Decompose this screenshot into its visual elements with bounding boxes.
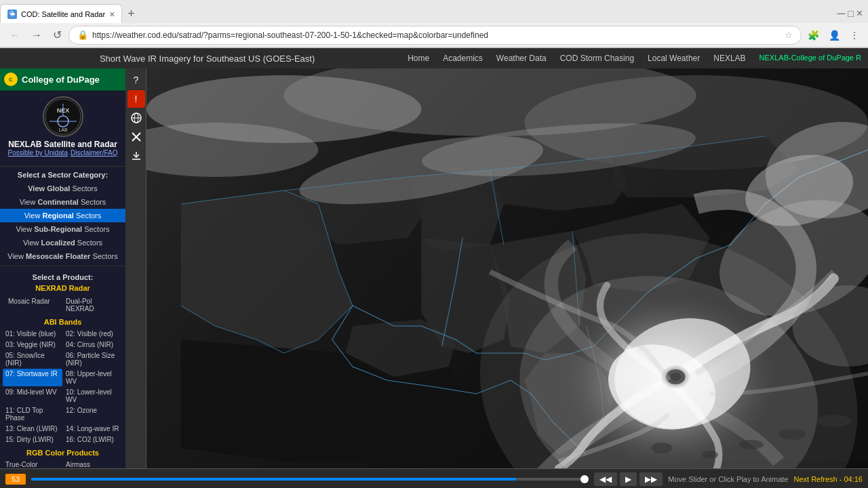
bookmark-icon[interactable]: ☆	[785, 30, 793, 40]
animation-slider[interactable]	[31, 478, 589, 481]
abi-band-08[interactable]: 08: Upper-level WV	[63, 369, 123, 386]
lock-icon: 🔒	[77, 30, 88, 40]
abi-band-09[interactable]: 09: Mid-level WV	[3, 387, 62, 405]
disclaimer-link[interactable]: Disclaimer/FAQ	[71, 149, 117, 157]
abi-bands-grid: 01: Visible (blue) 02: Visible (red) 03:…	[0, 327, 125, 446]
mosaic-radar-btn[interactable]: Mosaic Radar	[5, 296, 62, 314]
address-bar[interactable]: 🔒 https://weather.cod.edu/satrad/?parms=…	[68, 26, 802, 45]
alert-button[interactable]: !	[127, 90, 145, 108]
rgb-airmass[interactable]: Airmass	[63, 460, 123, 468]
new-tab-button[interactable]: +	[122, 7, 140, 21]
active-tab[interactable]: 🌦 COD: Satellite and Radar ×	[0, 4, 122, 23]
svg-point-38	[702, 451, 718, 459]
rgb-true-color[interactable]: True-Color	[3, 460, 62, 468]
animation-controls: ◀◀ ▶ ▶▶	[594, 472, 663, 486]
abi-band-06[interactable]: 06: Particle Size (NIR)	[63, 350, 123, 368]
nexlab-logo-svg: NEX LAB	[44, 98, 82, 136]
frame-counter: 53	[5, 474, 26, 485]
rgb-products-grid: True-Color Airmass "Natural" Color "Natu…	[0, 458, 125, 468]
subregional-sectors-btn[interactable]: View Sub-Regional Sectors	[0, 222, 125, 236]
animation-label: Move Slider or Click Play to Animate	[668, 475, 788, 483]
top-nav-links: Home Academics Weather Data COD Storm Ch…	[408, 54, 861, 63]
nav-bar: ← → ↺ 🔒 https://weather.cod.edu/satrad/?…	[0, 23, 868, 47]
abi-band-10[interactable]: 10: Lower-level WV	[63, 387, 123, 405]
satellite-image	[146, 68, 868, 468]
main-content: C College of DuPage NEX LAB NEXLAB Satel…	[0, 68, 868, 468]
unidata-link[interactable]: Possible by Unidata	[8, 149, 68, 157]
settings-button[interactable]: ⋮	[846, 28, 863, 42]
app-container: Short Wave IR Imagery for Southeast US (…	[0, 48, 868, 488]
toolbar: ? !	[126, 68, 146, 468]
back-button[interactable]: ←	[5, 28, 24, 43]
svg-point-39	[738, 440, 763, 449]
slider-thumb[interactable]	[580, 475, 589, 483]
download-button[interactable]	[127, 147, 145, 165]
localized-sectors-btn[interactable]: View Localized Sectors	[0, 236, 125, 249]
abi-band-12[interactable]: 12: Ozone	[63, 405, 123, 423]
abi-band-11[interactable]: 11: CLD Top Phase	[3, 405, 62, 423]
mesoscale-floater-btn[interactable]: View Mesoscale Floater Sectors	[0, 249, 125, 263]
global-sectors-btn[interactable]: View Global Sectors	[0, 182, 125, 195]
abi-band-14[interactable]: 14: Long-wave IR	[63, 424, 123, 434]
nexlab-links: Possible by Unidata Disclaimer/FAQ	[5, 149, 120, 157]
nav-academics[interactable]: Academics	[443, 54, 483, 63]
url-display: https://weather.cod.edu/satrad/?parms=re…	[92, 30, 781, 40]
nexlab-title: NEXLAB Satellite and Radar	[5, 140, 120, 149]
next-frame-button[interactable]: ▶▶	[639, 472, 663, 486]
refresh-button[interactable]: ↺	[49, 27, 66, 43]
sidebar: C College of DuPage NEX LAB NEXLAB Satel…	[0, 68, 126, 468]
maximize-button[interactable]: □	[848, 8, 853, 19]
tools-button[interactable]	[127, 128, 145, 146]
nav-nexlab[interactable]: NEXLAB	[713, 54, 745, 63]
nexrad-label: NEXRAD Radar	[0, 283, 125, 293]
abi-band-02[interactable]: 02: Visible (red)	[63, 329, 123, 339]
tab-bar: 🌦 COD: Satellite and Radar × + ─ □ ×	[0, 0, 868, 23]
page-title: Short Wave IR Imagery for Southeast US (…	[7, 54, 408, 64]
close-window-button[interactable]: ×	[856, 7, 863, 20]
svg-point-41	[816, 415, 851, 427]
dual-pol-btn[interactable]: Dual-Pol NEXRAD	[63, 296, 120, 314]
minimize-button[interactable]: ─	[837, 7, 845, 20]
college-logo: C College of DuPage	[0, 68, 125, 91]
svg-point-40	[778, 429, 806, 440]
abi-band-07[interactable]: 07: Shortwave IR	[3, 369, 62, 386]
play-button[interactable]: ▶	[620, 472, 637, 486]
product-title: Select a Product:	[0, 269, 125, 283]
nav-home[interactable]: Home	[408, 54, 429, 63]
map-overlay-svg	[146, 68, 868, 468]
abi-label: ABI Bands	[0, 317, 125, 327]
slider-fill	[31, 478, 516, 481]
top-nav: Short Wave IR Imagery for Southeast US (…	[0, 48, 868, 68]
abi-band-16[interactable]: 16: CO2 (LWIR)	[63, 434, 123, 445]
globe-icon	[131, 113, 142, 123]
abi-band-05[interactable]: 05: Snow/Ice (NIR)	[3, 350, 62, 368]
nav-weather-data[interactable]: Weather Data	[496, 54, 547, 63]
svg-point-37	[652, 443, 672, 453]
abi-band-04[interactable]: 04: Cirrus (NIR)	[63, 340, 123, 350]
tab-close-button[interactable]: ×	[109, 9, 115, 19]
cod-icon: C	[4, 73, 18, 86]
profile-button[interactable]: 👤	[825, 28, 844, 42]
abi-band-03[interactable]: 03: Veggie (NIR)	[3, 340, 62, 350]
forward-button[interactable]: →	[27, 28, 46, 43]
map-area: GOES-16 BAND 07 (SHORTWAVE WINDOW INFRAR…	[146, 68, 868, 468]
abi-band-01[interactable]: 01: Visible (blue)	[3, 329, 62, 339]
refresh-label: Next Refresh - 04:16	[794, 475, 863, 483]
continental-sectors-btn[interactable]: View Continental Sectors	[0, 195, 125, 209]
svg-text:LAB: LAB	[58, 127, 68, 132]
tab-favicon: 🌦	[7, 9, 17, 19]
rgb-label: RGB Color Products	[0, 446, 125, 458]
help-button[interactable]: ?	[127, 71, 145, 89]
sector-category-title: Select a Sector Category:	[0, 167, 125, 182]
prev-frame-button[interactable]: ◀◀	[594, 472, 617, 486]
svg-point-32	[670, 373, 681, 381]
tab-title: COD: Satellite and Radar	[21, 10, 105, 18]
regional-sectors-btn[interactable]: View Regional Sectors	[0, 209, 125, 222]
nav-storm-chasing[interactable]: COD Storm Chasing	[560, 54, 634, 63]
extensions-button[interactable]: 🧩	[804, 28, 823, 42]
nav-local-weather[interactable]: Local Weather	[648, 54, 700, 63]
globe-button[interactable]	[127, 109, 145, 127]
browser-nav-icons: 🧩 👤 ⋮	[804, 28, 863, 42]
abi-band-15[interactable]: 15: Dirty (LWIR)	[3, 434, 62, 445]
abi-band-13[interactable]: 13: Clean (LWIR)	[3, 424, 62, 434]
